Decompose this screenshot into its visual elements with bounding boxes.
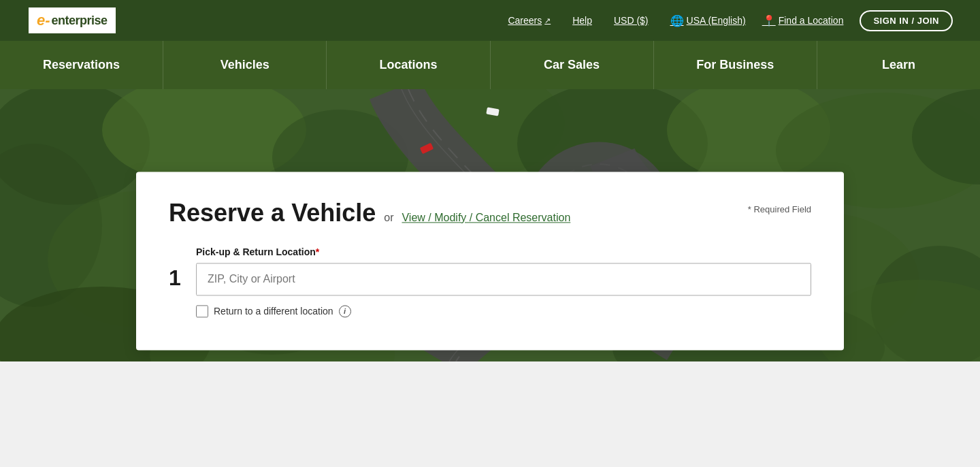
nav-label-forbusiness: For Business <box>696 58 774 72</box>
form-section: 1 Pick-up & Return Location* Return to a… <box>169 246 811 317</box>
nav-item-carsales[interactable]: Car Sales <box>491 41 654 89</box>
pickup-location-input[interactable] <box>196 263 811 295</box>
required-star: * <box>316 246 319 257</box>
top-navigation: Careers ↗ Help USD ($) 🌐 USA (English) 📍… <box>508 10 953 31</box>
nav-label-locations: Locations <box>379 58 437 72</box>
sign-in-button[interactable]: SIGN IN / JOIN <box>860 10 953 31</box>
nav-label-carsales: Car Sales <box>544 58 600 72</box>
step-number: 1 <box>169 265 182 291</box>
reserve-or-text: or <box>384 212 393 224</box>
locale-selector[interactable]: 🌐 USA (English) <box>670 14 746 27</box>
form-fields: Pick-up & Return Location* Return to a d… <box>196 246 811 317</box>
nav-item-reservations[interactable]: Reservations <box>0 41 163 89</box>
find-location-label: Find a Location <box>779 15 844 26</box>
external-link-icon: ↗ <box>544 16 551 25</box>
globe-icon: 🌐 <box>670 14 684 27</box>
careers-link[interactable]: Careers ↗ <box>508 15 551 26</box>
different-location-row: Return to a different location i <box>196 305 811 317</box>
pin-icon: 📍 <box>762 14 776 27</box>
help-label: Help <box>572 15 592 26</box>
nav-item-vehicles[interactable]: Vehicles <box>163 41 327 89</box>
logo-e-letter: e- <box>37 12 50 29</box>
pickup-location-label: Pick-up & Return Location* <box>196 246 811 257</box>
different-location-label[interactable]: Return to a different location <box>214 306 333 317</box>
different-location-checkbox[interactable] <box>196 305 208 317</box>
nav-label-learn: Learn <box>882 58 915 72</box>
info-tooltip-icon[interactable]: i <box>339 305 351 317</box>
hero-section: Reserve a Vehicle or View / Modify / Can… <box>0 89 980 361</box>
reserve-title-row: Reserve a Vehicle or View / Modify / Can… <box>169 199 811 227</box>
required-field-note: * Required Field <box>748 204 811 214</box>
field-label-text: Pick-up & Return Location <box>196 246 316 257</box>
modify-reservation-link[interactable]: View / Modify / Cancel Reservation <box>402 212 570 224</box>
reserve-title: Reserve a Vehicle <box>169 199 376 227</box>
bottom-section <box>0 361 980 467</box>
reserve-card: Reserve a Vehicle or View / Modify / Can… <box>136 172 844 350</box>
nav-item-forbusiness[interactable]: For Business <box>654 41 817 89</box>
top-right-group: 🌐 USA (English) 📍 Find a Location SIGN I… <box>670 10 953 31</box>
careers-label: Careers <box>508 15 542 26</box>
nav-label-vehicles: Vehicles <box>220 58 270 72</box>
logo-area[interactable]: e- enterprise <box>27 6 117 35</box>
main-navigation: Reservations Vehicles Locations Car Sale… <box>0 41 980 89</box>
locale-label: USA (English) <box>687 15 746 26</box>
help-link[interactable]: Help <box>572 15 592 26</box>
find-location-link[interactable]: 📍 Find a Location <box>762 14 844 27</box>
currency-label: USD ($) <box>614 15 649 26</box>
signin-label: SIGN IN / JOIN <box>873 16 939 26</box>
nav-label-reservations: Reservations <box>43 58 120 72</box>
currency-selector[interactable]: USD ($) <box>614 15 649 26</box>
logo-name: enterprise <box>52 14 108 28</box>
top-bar: e- enterprise Careers ↗ Help USD ($) 🌐 U… <box>0 0 980 41</box>
nav-item-locations[interactable]: Locations <box>327 41 490 89</box>
enterprise-logo[interactable]: e- enterprise <box>27 6 117 35</box>
nav-item-learn[interactable]: Learn <box>817 41 980 89</box>
